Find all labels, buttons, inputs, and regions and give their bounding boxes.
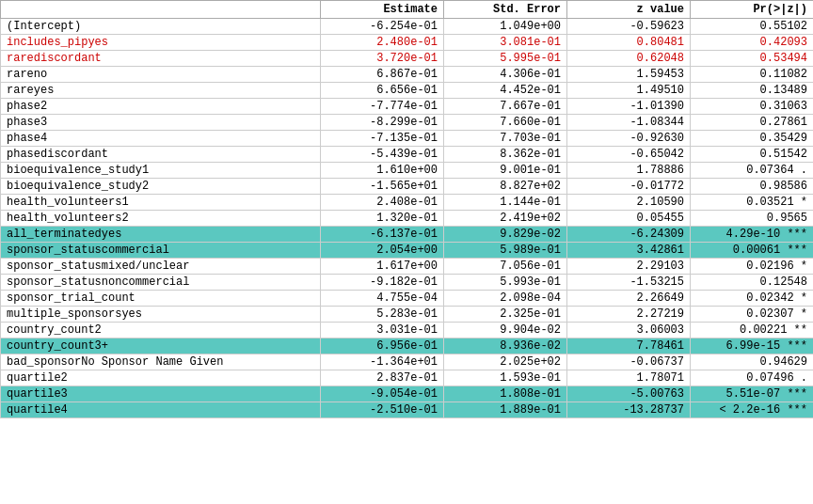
row-value: 2.10590: [567, 195, 691, 211]
row-value: 0.00221 **: [691, 323, 814, 339]
row-value: 5.283e-01: [321, 307, 444, 323]
row-value: -0.65042: [567, 147, 691, 163]
row-value: 3.081e-01: [444, 35, 567, 51]
row-value: -0.01772: [567, 179, 691, 195]
table-row: health_volunteers12.408e-011.144e-012.10…: [1, 195, 814, 211]
row-label: health_volunteers2: [1, 211, 321, 227]
row-value: 6.656e-01: [321, 83, 444, 99]
row-label: bioequivalence_study1: [1, 163, 321, 179]
row-value: 5.993e-01: [444, 275, 567, 291]
row-value: 0.27861: [691, 115, 814, 131]
table-row: multiple_sponsorsyes5.283e-012.325e-012.…: [1, 307, 814, 323]
table-row: rareno6.867e-014.306e-011.594530.11082: [1, 67, 814, 83]
row-value: 1.320e-01: [321, 211, 444, 227]
row-value: 0.00061 ***: [691, 243, 814, 259]
row-value: 7.78461: [567, 339, 691, 354]
table-row: quartile4-2.510e-011.889e-01-13.28737< 2…: [1, 402, 814, 418]
table-row: sponsor_statuscommercial2.054e+005.989e-…: [1, 243, 814, 259]
table-row: includes_pipyes2.480e-013.081e-010.80481…: [1, 35, 814, 51]
row-value: 0.12548: [691, 275, 814, 291]
row-label: country_count3+: [1, 339, 321, 354]
row-label: rareyes: [1, 83, 321, 99]
regression-table: Estimate Std. Error z value Pr(>|z|) (In…: [0, 0, 813, 418]
table-row: rareyes6.656e-014.452e-011.495100.13489: [1, 83, 814, 99]
row-value: 7.660e-01: [444, 115, 567, 131]
row-value: 0.07496 .: [691, 370, 814, 386]
row-value: -6.137e-01: [321, 227, 444, 243]
row-value: 0.94629: [691, 354, 814, 370]
row-value: -6.24309: [567, 227, 691, 243]
row-value: -9.054e-01: [321, 386, 444, 402]
row-value: -13.28737: [567, 402, 691, 418]
row-label: phasediscordant: [1, 147, 321, 163]
row-value: -2.510e-01: [321, 402, 444, 418]
row-value: 0.11082: [691, 67, 814, 83]
table-row: country_count23.031e-019.904e-023.060030…: [1, 323, 814, 339]
col-header-name: [1, 1, 321, 19]
row-value: 0.31063: [691, 99, 814, 115]
row-value: 4.755e-04: [321, 291, 444, 307]
row-value: 3.06003: [567, 323, 691, 339]
row-value: 9.001e-01: [444, 163, 567, 179]
row-value: 2.29103: [567, 259, 691, 275]
row-value: 1.59453: [567, 67, 691, 83]
row-value: 6.956e-01: [321, 339, 444, 354]
col-header-pr: Pr(>|z|): [691, 1, 814, 19]
table-row: sponsor_statusmixed/unclear1.617e+007.05…: [1, 259, 814, 275]
row-value: -5.439e-01: [321, 147, 444, 163]
row-value: 6.99e-15 ***: [691, 339, 814, 354]
row-value: 4.29e-10 ***: [691, 227, 814, 243]
row-label: phase2: [1, 99, 321, 115]
row-value: 2.26649: [567, 291, 691, 307]
row-value: 4.452e-01: [444, 83, 567, 99]
row-value: 0.02342 *: [691, 291, 814, 307]
row-value: 5.995e-01: [444, 51, 567, 67]
row-value: -0.59623: [567, 19, 691, 35]
row-value: -5.00763: [567, 386, 691, 402]
table-row: all_terminatedyes-6.137e-019.829e-02-6.2…: [1, 227, 814, 243]
row-value: 2.837e-01: [321, 370, 444, 386]
row-value: 0.03521 *: [691, 195, 814, 211]
col-header-z-value: z value: [567, 1, 691, 19]
col-header-std-error: Std. Error: [444, 1, 567, 19]
row-value: 0.42093: [691, 35, 814, 51]
row-value: 2.419e+02: [444, 211, 567, 227]
row-label: phase4: [1, 131, 321, 147]
row-value: 6.867e-01: [321, 67, 444, 83]
row-value: -9.182e-01: [321, 275, 444, 291]
table-row: phasediscordant-5.439e-018.362e-01-0.650…: [1, 147, 814, 163]
table-row: phase3-8.299e-017.660e-01-1.083440.27861: [1, 115, 814, 131]
row-value: 0.07364 .: [691, 163, 814, 179]
row-label: quartile4: [1, 402, 321, 418]
row-value: 0.35429: [691, 131, 814, 147]
row-value: 0.53494: [691, 51, 814, 67]
row-value: 1.593e-01: [444, 370, 567, 386]
table-row: bioequivalence_study2-1.565e+018.827e+02…: [1, 179, 814, 195]
row-value: 8.827e+02: [444, 179, 567, 195]
row-value: 1.49510: [567, 83, 691, 99]
row-value: 1.610e+00: [321, 163, 444, 179]
table-row: sponsor_trial_count4.755e-042.098e-042.2…: [1, 291, 814, 307]
row-label: sponsor_trial_count: [1, 291, 321, 307]
row-value: 8.362e-01: [444, 147, 567, 163]
table-body: (Intercept)-6.254e-011.049e+00-0.596230.…: [1, 19, 814, 418]
row-label: includes_pipyes: [1, 35, 321, 51]
row-value: -0.06737: [567, 354, 691, 370]
row-value: -1.08344: [567, 115, 691, 131]
row-value: 2.408e-01: [321, 195, 444, 211]
table-row: health_volunteers21.320e-012.419e+020.05…: [1, 211, 814, 227]
row-value: 3.42861: [567, 243, 691, 259]
row-label: all_terminatedyes: [1, 227, 321, 243]
row-label: sponsor_statuscommercial: [1, 243, 321, 259]
row-value: 8.936e-02: [444, 339, 567, 354]
row-value: -0.92630: [567, 131, 691, 147]
table-row: sponsor_statusnoncommercial-9.182e-015.9…: [1, 275, 814, 291]
row-value: -7.135e-01: [321, 131, 444, 147]
table-row: phase2-7.774e-017.667e-01-1.013900.31063: [1, 99, 814, 115]
row-value: -1.565e+01: [321, 179, 444, 195]
row-value: 2.054e+00: [321, 243, 444, 259]
row-label: bad_sponsorNo Sponsor Name Given: [1, 354, 321, 370]
row-value: 1.78886: [567, 163, 691, 179]
row-label: quartile3: [1, 386, 321, 402]
row-value: 1.78071: [567, 370, 691, 386]
